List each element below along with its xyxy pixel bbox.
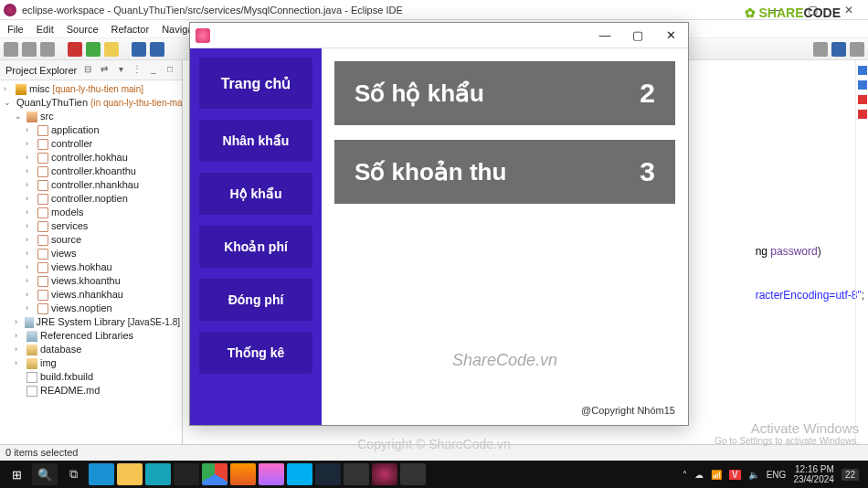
app-titlebar: — ▢ ✕ — [190, 23, 688, 48]
project-explorer: Project Explorer ⊟ ⇄ ▾ ⋮ _ □ ›misc [quan… — [0, 60, 183, 444]
tray-wifi-icon[interactable]: 📶 — [711, 470, 722, 480]
menu-edit[interactable]: Edit — [37, 24, 54, 35]
tree-node[interactable]: ⌄QuanLyThuTien (in quan-ly-thu-tien-mast… — [0, 96, 182, 110]
nav-4[interactable]: Đóng phí — [199, 279, 312, 321]
perspective-java-icon[interactable] — [831, 42, 846, 57]
marker-icon[interactable] — [858, 66, 867, 75]
tree-node[interactable]: ›Referenced Libraries — [0, 329, 182, 343]
saveall-icon[interactable] — [40, 42, 55, 57]
menu-refactor[interactable]: Refactor — [111, 24, 150, 35]
tree-node[interactable]: ›views.khoanthu — [0, 274, 182, 288]
tree-node[interactable]: ›services — [0, 219, 182, 233]
project-tree[interactable]: ›misc [quan-ly-thu-tien main]⌄QuanLyThuT… — [0, 80, 182, 444]
window-title: eclipse-workspace - QuanLyThuTien/src/se… — [22, 5, 755, 16]
marker-icon[interactable] — [858, 80, 867, 90]
tree-node[interactable]: ›controller.hokhau — [0, 151, 182, 164]
tray-cloud-icon[interactable]: ☁ — [694, 470, 704, 480]
tree-node[interactable]: ›views — [0, 247, 182, 260]
new-icon[interactable] — [4, 42, 18, 57]
taskbar: ⊞ 🔍 ⧉ ˄ ☁ 📶 V 🔈 ENG 12:16 PM 23/4/2024 2… — [0, 461, 868, 488]
copyright-watermark: Copyright © ShareCode.vn — [357, 437, 511, 451]
tree-node[interactable]: ›img — [0, 356, 182, 370]
messenger-icon[interactable] — [259, 463, 284, 485]
error-marker-icon[interactable] — [858, 95, 867, 104]
coverage-icon[interactable] — [104, 42, 119, 57]
tree-node[interactable]: ›database — [0, 343, 182, 356]
status-text: 0 items selected — [5, 447, 78, 458]
search-button[interactable]: 🔍 — [32, 463, 58, 485]
tree-node[interactable]: ›controller — [0, 137, 182, 151]
scenebuilder-icon[interactable] — [400, 463, 426, 485]
tray-volume-icon[interactable]: 🔈 — [748, 470, 759, 480]
nav-3[interactable]: Khoản phí — [199, 226, 312, 268]
tray-chevron-icon[interactable]: ˄ — [683, 470, 687, 480]
run-icon[interactable] — [86, 42, 101, 57]
task-view-button[interactable]: ⧉ — [60, 463, 86, 485]
filter-icon[interactable]: ▾ — [114, 64, 127, 77]
tree-node[interactable]: ›misc [quan-ly-thu-tien main] — [0, 82, 182, 96]
nav-1[interactable]: Nhân khẩu — [199, 120, 312, 162]
eclipse-taskbar-icon[interactable] — [372, 463, 397, 485]
activate-windows: Activate Windows Go to Settings to activ… — [715, 420, 859, 446]
unity-icon[interactable] — [174, 463, 199, 485]
tree-node[interactable]: README.md — [0, 384, 182, 398]
tray-clock[interactable]: 12:16 PM 23/4/2024 — [793, 464, 834, 484]
open-type-icon[interactable] — [132, 42, 146, 57]
edge-icon[interactable] — [89, 463, 114, 485]
view-menu-icon[interactable]: ⋮ — [131, 64, 143, 77]
code-fragment: ng password) racterEncoding=utf-8"; — [756, 243, 864, 303]
debug-icon[interactable] — [68, 42, 82, 57]
error-marker-icon[interactable] — [858, 110, 867, 119]
tree-node[interactable]: ›controller.nhankhau — [0, 178, 182, 192]
quick-access-icon[interactable] — [813, 42, 828, 57]
collapse-all-icon[interactable]: ⊟ — [81, 64, 94, 77]
tray-vivaldi-icon[interactable]: V — [729, 470, 741, 480]
app-sidebar: Trang chủNhân khẩuHộ khẩuKhoản phíĐóng p… — [190, 48, 322, 425]
tree-node[interactable]: ›views.noptien — [0, 302, 182, 315]
steam-icon[interactable] — [315, 463, 341, 485]
nav-5[interactable]: Thống kê — [199, 332, 312, 374]
chrome-icon[interactable] — [202, 463, 228, 485]
tree-node[interactable]: ⌄src — [0, 110, 182, 123]
vscode-icon[interactable] — [344, 463, 369, 485]
overview-ruler — [855, 60, 868, 444]
perspective-debug-icon[interactable] — [850, 42, 864, 57]
firefox-icon[interactable] — [230, 463, 256, 485]
tree-node[interactable]: ›JRE System Library [JavaSE-1.8] — [0, 315, 182, 329]
search-icon[interactable] — [150, 42, 164, 57]
tree-node[interactable]: ›models — [0, 206, 182, 219]
tree-node[interactable]: ›controller.khoanthu — [0, 164, 182, 178]
app-main: Số hộ khẩu2Số khoản thu3 ShareCode.vn @C… — [322, 48, 688, 425]
skype-icon[interactable] — [287, 463, 312, 485]
tray-notifications[interactable]: 22 — [842, 469, 859, 481]
stat-card: Số khoản thu3 — [334, 140, 675, 204]
app-icon[interactable] — [145, 463, 171, 485]
minimize-view-icon[interactable]: _ — [147, 64, 160, 77]
java-app-icon — [196, 28, 210, 43]
eclipse-titlebar: eclipse-workspace - QuanLyThuTien/src/se… — [0, 0, 868, 20]
tree-node[interactable]: ›application — [0, 123, 182, 137]
nav-2[interactable]: Hộ khẩu — [199, 173, 312, 215]
system-tray[interactable]: ˄ ☁ 📶 V 🔈 ENG 12:16 PM 23/4/2024 22 — [683, 464, 864, 484]
tree-node[interactable]: ›views.nhankhau — [0, 288, 182, 302]
tree-node[interactable]: ›views.hokhau — [0, 260, 182, 274]
nav-0[interactable]: Trang chủ — [199, 58, 312, 109]
menu-file[interactable]: File — [7, 24, 24, 35]
app-maximize-button[interactable]: ▢ — [622, 26, 653, 46]
menu-source[interactable]: Source — [67, 24, 99, 35]
tree-node[interactable]: ›source — [0, 233, 182, 247]
start-button[interactable]: ⊞ — [4, 463, 29, 485]
sharecode-logo: ✿ SHARECODE — [745, 5, 841, 20]
save-icon[interactable] — [22, 42, 37, 57]
tray-lang[interactable]: ENG — [767, 470, 787, 480]
tree-node[interactable]: ›controller.noptien — [0, 192, 182, 206]
app-close-button[interactable]: ✕ — [655, 26, 686, 46]
eclipse-icon — [4, 4, 16, 16]
tree-node[interactable]: build.fxbuild — [0, 370, 182, 384]
explorer-icon[interactable] — [117, 463, 143, 485]
link-editor-icon[interactable]: ⇄ — [98, 64, 111, 77]
maximize-view-icon[interactable]: □ — [164, 64, 176, 77]
app-minimize-button[interactable]: — — [589, 26, 620, 46]
explorer-header: Project Explorer ⊟ ⇄ ▾ ⋮ _ □ — [0, 60, 182, 80]
app-copyright: @Copyright Nhóm15 — [581, 405, 675, 416]
